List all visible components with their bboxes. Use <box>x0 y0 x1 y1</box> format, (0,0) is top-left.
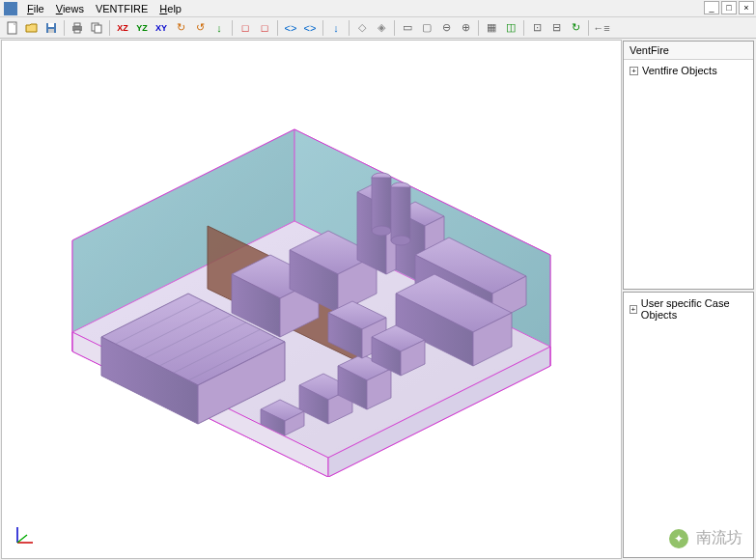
copy-icon[interactable] <box>88 19 105 37</box>
new-icon[interactable] <box>4 19 21 37</box>
menu-help[interactable]: HelpHelp <box>154 2 187 15</box>
refresh-icon[interactable]: ↻ <box>567 19 584 37</box>
view-xy-button[interactable]: XY <box>153 19 170 37</box>
side-panel: VentFire + Ventfire Objects + User speci… <box>623 39 756 560</box>
ventfire-panel: VentFire + Ventfire Objects <box>623 41 754 290</box>
svg-rect-5 <box>74 23 80 26</box>
svg-line-26 <box>17 535 27 543</box>
zoom-in-icon[interactable]: ⊕ <box>457 19 474 37</box>
grid-icon[interactable]: ▦ <box>483 19 500 37</box>
watermark: ✦ 南流坊 <box>669 528 742 548</box>
svg-rect-19 <box>391 187 410 240</box>
panel-body-2: + User specific Case Objects <box>624 293 753 557</box>
diamond-2-icon[interactable]: ◈ <box>373 19 390 37</box>
open-icon[interactable] <box>23 19 41 37</box>
box-tool-1-icon[interactable]: □ <box>237 19 254 37</box>
select-1-icon[interactable]: ▭ <box>399 19 416 37</box>
view-xz-button[interactable]: XZ <box>114 19 131 37</box>
view-yz-button[interactable]: YZ <box>133 19 151 37</box>
minimize-button[interactable]: _ <box>704 1 719 14</box>
save-icon[interactable] <box>42 19 60 37</box>
back-icon[interactable]: ←≡ <box>593 19 610 37</box>
watermark-text: 南流坊 <box>696 528 742 548</box>
content-area: VentFire + Ventfire Objects + User speci… <box>0 39 756 560</box>
menu-ventfire[interactable]: VENTFIRE <box>90 2 154 15</box>
wechat-icon: ✦ <box>669 529 688 548</box>
menu-file[interactable]: FFileile <box>21 2 50 15</box>
expander-icon[interactable]: + <box>630 305 637 314</box>
ruler-icon[interactable]: ◫ <box>502 19 519 37</box>
snap-icon[interactable]: ⊡ <box>528 19 546 37</box>
3d-viewport[interactable] <box>1 40 622 559</box>
rotate-cw-icon[interactable]: ↻ <box>172 19 189 37</box>
close-button[interactable]: × <box>739 1 754 14</box>
box-tool-2-icon[interactable]: □ <box>256 19 273 37</box>
3d-scene <box>39 120 560 479</box>
svg-rect-8 <box>95 25 101 33</box>
app-icon <box>4 2 17 15</box>
zoom-out-icon[interactable]: ⊖ <box>437 19 455 37</box>
svg-point-20 <box>391 236 410 245</box>
rotate-ccw-icon[interactable]: ↺ <box>191 19 209 37</box>
menu-views[interactable]: ViewsViews <box>50 2 90 15</box>
diamond-1-icon[interactable]: ◇ <box>353 19 371 37</box>
svg-rect-16 <box>372 178 391 231</box>
menu-bar: FFileile ViewsViews VENTFIRE HelpHelp _ … <box>0 0 756 17</box>
maximize-button[interactable]: □ <box>721 1 737 14</box>
axis-gizmo-icon <box>14 523 37 546</box>
tree-label: Ventfire Objects <box>642 65 717 76</box>
panel-title: VentFire <box>624 42 753 60</box>
toolbar: XZ YZ XY ↻ ↺ ↓ □ □ <> <> ↓ ◇ ◈ ▭ ▢ ⊖ ⊕ ▦… <box>0 17 756 39</box>
tree-label: User specific Case Objects <box>641 297 747 321</box>
tree-ventfire-objects[interactable]: + Ventfire Objects <box>628 64 749 77</box>
svg-rect-6 <box>74 30 80 33</box>
lock-icon[interactable]: ⊟ <box>547 19 565 37</box>
expander-icon[interactable]: + <box>630 67 638 75</box>
arrow-down-2-icon[interactable]: ↓ <box>327 19 345 37</box>
svg-point-17 <box>372 226 391 236</box>
window-controls: _ □ × <box>704 1 754 14</box>
case-objects-panel: + User specific Case Objects <box>623 292 754 558</box>
code-tool-2-icon[interactable]: <> <box>301 19 319 37</box>
tree-case-objects[interactable]: + User specific Case Objects <box>628 296 749 322</box>
print-icon[interactable] <box>69 19 86 37</box>
arrow-down-icon[interactable]: ↓ <box>210 19 228 37</box>
code-tool-1-icon[interactable]: <> <box>282 19 299 37</box>
select-2-icon[interactable]: ▢ <box>418 19 435 37</box>
panel-body-1: + Ventfire Objects <box>624 60 753 289</box>
svg-rect-3 <box>48 29 54 33</box>
svg-rect-2 <box>48 23 54 27</box>
